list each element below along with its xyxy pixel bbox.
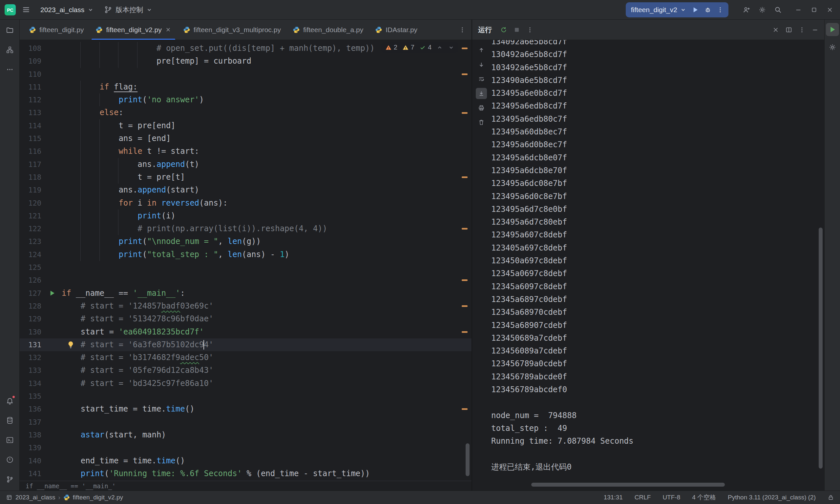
tab-IDAstar.py[interactable]: IDAstar.py	[369, 20, 423, 40]
vcs-change-mark	[462, 228, 468, 230]
code-segment: ans = [end]	[119, 134, 171, 143]
code-line-135: 135	[20, 390, 472, 403]
tab-close-icon[interactable]	[165, 26, 171, 33]
more-run-actions[interactable]	[714, 4, 727, 16]
settings-button[interactable]	[755, 3, 769, 17]
line-number: 114	[20, 119, 41, 132]
more-run-options-button[interactable]	[524, 24, 536, 36]
code-segment: 'ea604918235bcd7f'	[119, 327, 204, 337]
console-line: 123490a6e5b8cd7f	[491, 74, 817, 87]
inspection-warnings-count: 7	[411, 43, 415, 51]
structure-tool-window-button[interactable]	[3, 43, 16, 56]
scroll-to-bottom-button[interactable]	[476, 59, 487, 70]
close-console-button[interactable]	[770, 24, 782, 36]
clear-all-button[interactable]	[476, 117, 487, 128]
inspection-errors-count: 2	[394, 43, 397, 51]
status-line-separator[interactable]: CRLF	[635, 494, 651, 501]
scroll-to-end-button[interactable]	[476, 88, 487, 99]
run-config-selector[interactable]: fifteen_digit_v2	[631, 6, 688, 14]
project-widget-button[interactable]: 2023_ai_class	[36, 3, 98, 17]
code-segment: 03e69c'	[180, 301, 213, 310]
pycharm-logo: PC	[5, 4, 16, 15]
status-caret-position[interactable]: 131:31	[604, 494, 623, 501]
status-indent-setting[interactable]: 4 个空格	[692, 493, 716, 502]
window-minimize-button[interactable]	[791, 2, 806, 17]
window-maximize-button[interactable]	[807, 2, 822, 17]
gutter-icons	[41, 403, 62, 415]
next-problem-chevron-down-icon[interactable]	[448, 44, 454, 51]
console-horizontal-scrollbar[interactable]	[531, 483, 725, 487]
window-close-button[interactable]	[822, 2, 837, 17]
notifications-button[interactable]	[3, 394, 16, 407]
soft-wrap-button[interactable]	[476, 73, 487, 85]
breadcrumb-file[interactable]: fifteen_digit_v2.py	[73, 494, 123, 501]
main-menu-button[interactable]	[18, 3, 34, 17]
indent-guides	[62, 300, 81, 312]
rerun-button[interactable]	[498, 24, 510, 36]
problems-button[interactable]	[3, 453, 16, 466]
hidden-tabs-button[interactable]	[456, 24, 468, 36]
split-window-button[interactable]	[783, 24, 795, 36]
database-button[interactable]	[3, 414, 16, 427]
menu-icon	[22, 5, 31, 14]
run-button[interactable]	[689, 4, 702, 16]
console-line: 130492a6e5b8cd7f	[491, 48, 817, 61]
code-segment: ,	[218, 250, 228, 259]
editor[interactable]: 108# open_set.put((dis[temp] + manh(temp…	[20, 40, 472, 481]
vcs-widget-button[interactable]: 版本控制	[100, 3, 157, 17]
console-line: 134092a6e5b8cd7f	[491, 40, 817, 48]
more-tool-windows-button[interactable]	[3, 63, 16, 76]
window-controls	[791, 2, 837, 17]
lock-icon[interactable]	[827, 494, 834, 501]
console-line: 12345a6097c8debf	[491, 281, 817, 293]
gutter-icons	[41, 300, 62, 312]
console-more-button[interactable]	[796, 24, 808, 36]
stop-button[interactable]	[511, 24, 523, 36]
code-segment: print	[138, 211, 161, 220]
vcs-change-mark	[462, 176, 468, 178]
run-tool-window-button[interactable]	[826, 23, 839, 36]
breadcrumb-project[interactable]: 2023_ai_class	[15, 494, 55, 501]
console-vertical-scrollbar[interactable]	[819, 228, 823, 469]
indent-guides	[62, 429, 81, 442]
scroll-to-top-button[interactable]	[476, 44, 487, 56]
hide-tool-window-button[interactable]	[809, 24, 821, 36]
print-button[interactable]	[476, 102, 487, 113]
console-line: 123495a6dcb8e70f	[491, 164, 817, 177]
tab-fifteen_digit_v3_multiproc.py[interactable]: fifteen_digit_v3_multiproc.py	[177, 20, 287, 40]
code-segment: "total_step : "	[147, 250, 218, 259]
services-tool-window-button[interactable]	[826, 41, 839, 54]
inspections-widget[interactable]: 2 7 4	[381, 42, 458, 53]
code-text: # start = 'b3174682f9adec50'	[62, 351, 213, 364]
code-segment	[157, 198, 161, 208]
indent-guides	[62, 119, 119, 132]
prev-problem-chevron-up-icon[interactable]	[436, 44, 443, 51]
console-line: 123405a697c8debf	[491, 242, 817, 254]
run-gutter-icon[interactable]	[49, 290, 56, 297]
context-line-text: if __name__ == '__main_'	[25, 482, 116, 490]
code-segment: start =	[81, 327, 119, 337]
tab-fifteen_digit.py[interactable]: fifteen_digit.py	[23, 20, 90, 40]
code-segment: )	[284, 250, 289, 259]
project-tool-window-button[interactable]	[3, 24, 16, 37]
python-icon	[293, 26, 300, 33]
tab-fifteen_digit_v2.py[interactable]: fifteen_digit_v2.py	[90, 20, 177, 40]
terminal-button[interactable]	[3, 433, 16, 447]
code-segment: # start = '5134278c96bf0dae'	[81, 314, 214, 323]
version-control-button[interactable]	[3, 473, 16, 486]
search-everywhere-button[interactable]	[771, 3, 785, 17]
gutter-icons	[41, 171, 62, 184]
code-segment: # open_set.put((dis[temp] + manh(temp), …	[157, 43, 375, 53]
editor-scrollbar[interactable]	[466, 443, 470, 476]
titlebar-action-icons	[740, 3, 785, 17]
intention-bulb-icon[interactable]	[66, 340, 75, 349]
indent-guides	[62, 222, 138, 235]
indent-guides	[62, 351, 81, 364]
code-with-me-button[interactable]	[740, 3, 753, 17]
tab-fifteen_double_a.py[interactable]: fifteen_double_a.py	[287, 20, 369, 40]
status-python-interpreter[interactable]: Python 3.11 (2023_ai_class) (2)	[728, 494, 816, 501]
line-number: 124	[20, 248, 41, 261]
line-number: 138	[20, 429, 41, 442]
status-file-encoding[interactable]: UTF-8	[663, 494, 680, 501]
debug-button[interactable]	[702, 4, 714, 16]
